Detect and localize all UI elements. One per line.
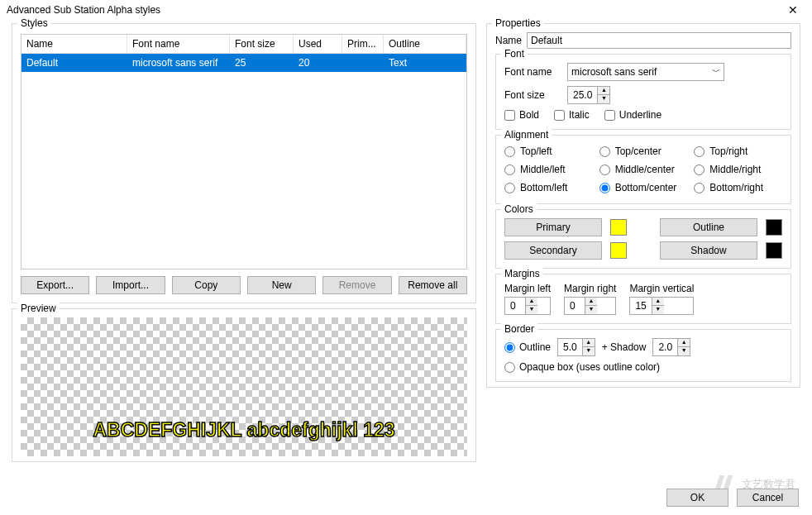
shadow-plus-label: + Shadow (602, 341, 647, 353)
col-font-size[interactable]: Font size (230, 35, 294, 53)
cell-primary (342, 54, 384, 72)
cancel-button[interactable]: Cancel (737, 489, 799, 507)
preview-area: ABCDEFGHIJKL abcdefghijkl 123 (21, 317, 467, 456)
col-used[interactable]: Used (294, 35, 342, 53)
spin-up-icon[interactable]: ▲ (598, 87, 609, 95)
preview-text: ABCDEFGHIJKL abcdefghijkl 123 (21, 419, 467, 441)
properties-group: Properties Name Font Font name microsoft… (486, 23, 800, 388)
styles-table[interactable]: Name Font name Font size Used Prim... Ou… (21, 34, 467, 269)
spin-down-icon[interactable]: ▼ (652, 306, 664, 314)
colors-label: Colors (501, 203, 537, 215)
alignment-label: Alignment (501, 129, 552, 141)
name-input[interactable] (527, 32, 791, 49)
cell-outline: Text (384, 54, 466, 72)
spin-down-icon[interactable]: ▼ (585, 306, 597, 314)
align-tc-radio[interactable]: Top/center (599, 145, 688, 157)
ok-button[interactable]: OK (666, 489, 728, 507)
shadow-width-spinner[interactable]: 2.0▲▼ (652, 338, 690, 356)
margin-left-label: Margin left (504, 283, 551, 294)
font-size-label: Font size (504, 89, 562, 101)
align-mc-radio[interactable]: Middle/center (599, 164, 688, 175)
export-button[interactable]: Export... (21, 276, 89, 294)
margin-right-label: Margin right (564, 283, 616, 294)
shadow-color-button[interactable]: Shadow (660, 241, 757, 260)
spin-up-icon[interactable]: ▲ (678, 339, 690, 347)
font-group: Font Font name microsoft sans serif ﹀ Fo… (495, 54, 791, 130)
font-label: Font (501, 48, 528, 60)
shadow-swatch[interactable] (766, 242, 782, 259)
cell-name: Default (21, 54, 127, 72)
spin-up-icon[interactable]: ▲ (526, 298, 537, 306)
align-tl-radio[interactable]: Top/left (504, 145, 593, 157)
chevron-down-icon: ﹀ (712, 66, 720, 78)
align-br-radio[interactable]: Bottom/right (694, 182, 782, 193)
copy-button[interactable]: Copy (172, 276, 241, 294)
col-outline[interactable]: Outline (384, 35, 466, 53)
properties-label: Properties (492, 17, 544, 29)
alignment-group: Alignment Top/left Top/center Top/right … (495, 135, 791, 204)
new-button[interactable]: New (247, 276, 316, 294)
margin-vertical-label: Margin vertical (629, 283, 694, 294)
outline-width-spinner[interactable]: 5.0▲▼ (557, 338, 595, 356)
border-opaque-radio[interactable]: Opaque box (uses outline color) (504, 361, 660, 373)
italic-checkbox[interactable]: Italic (554, 109, 590, 121)
name-label: Name (495, 35, 522, 46)
align-tr-radio[interactable]: Top/right (694, 145, 782, 157)
outline-swatch[interactable] (766, 219, 782, 236)
spin-down-icon[interactable]: ▼ (526, 306, 537, 314)
window-title: Advanced Sub Station Alpha styles (7, 4, 781, 16)
preview-group: Preview ABCDEFGHIJKL abcdefghijkl 123 (12, 308, 476, 462)
spin-down-icon[interactable]: ▼ (583, 347, 595, 355)
border-group: Border Outline 5.0▲▼ + Shadow 2.0▲▼ Opaq… (495, 329, 791, 382)
cell-font-size: 25 (230, 54, 294, 72)
font-name-label: Font name (504, 66, 562, 78)
spin-up-icon[interactable]: ▲ (652, 298, 664, 306)
preview-label: Preview (17, 303, 60, 314)
cell-font-name: microsoft sans serif (127, 54, 230, 72)
col-primary[interactable]: Prim... (342, 35, 384, 53)
cell-used: 20 (294, 54, 342, 72)
col-font-name[interactable]: Font name (127, 35, 230, 53)
underline-checkbox[interactable]: Underline (604, 109, 662, 121)
align-bc-radio[interactable]: Bottom/center (599, 182, 688, 193)
colors-group: Colors Primary Outline Secondary (495, 209, 791, 269)
font-name-value: microsoft sans serif (571, 66, 657, 78)
border-outline-radio[interactable]: Outline (504, 341, 551, 353)
margin-vertical-spinner[interactable]: 15▲▼ (629, 297, 694, 315)
table-row[interactable]: Default microsoft sans serif 25 20 Text (21, 54, 466, 72)
margin-right-spinner[interactable]: 0▲▼ (564, 297, 616, 315)
font-name-select[interactable]: microsoft sans serif ﹀ (567, 63, 724, 81)
spin-down-icon[interactable]: ▼ (598, 95, 609, 103)
styles-group: Styles Name Font name Font size Used Pri… (12, 23, 476, 303)
remove-all-button[interactable]: Remove all (399, 276, 467, 294)
margins-group: Margins Margin left 0▲▼ Margin right 0▲▼… (495, 274, 791, 324)
font-size-spinner[interactable]: 25.0 ▲▼ (567, 86, 610, 104)
margin-left-spinner[interactable]: 0▲▼ (504, 297, 551, 315)
border-label: Border (501, 323, 537, 335)
primary-swatch[interactable] (610, 219, 627, 236)
primary-color-button[interactable]: Primary (504, 218, 602, 236)
margins-label: Margins (501, 268, 543, 279)
spin-up-icon[interactable]: ▲ (583, 339, 595, 347)
secondary-swatch[interactable] (610, 242, 627, 259)
table-header: Name Font name Font size Used Prim... Ou… (21, 35, 466, 54)
close-icon[interactable]: ✕ (781, 3, 805, 17)
align-ml-radio[interactable]: Middle/left (504, 164, 593, 175)
spin-up-icon[interactable]: ▲ (585, 298, 597, 306)
outline-color-button[interactable]: Outline (660, 218, 757, 236)
bold-checkbox[interactable]: Bold (504, 109, 539, 121)
secondary-color-button[interactable]: Secondary (504, 241, 602, 260)
styles-label: Styles (17, 17, 51, 29)
col-name[interactable]: Name (21, 35, 127, 53)
align-mr-radio[interactable]: Middle/right (694, 164, 782, 175)
font-size-value: 25.0 (568, 89, 597, 101)
import-button[interactable]: Import... (96, 276, 165, 294)
spin-down-icon[interactable]: ▼ (678, 347, 690, 355)
remove-button: Remove (322, 276, 391, 294)
align-bl-radio[interactable]: Bottom/left (504, 182, 593, 193)
